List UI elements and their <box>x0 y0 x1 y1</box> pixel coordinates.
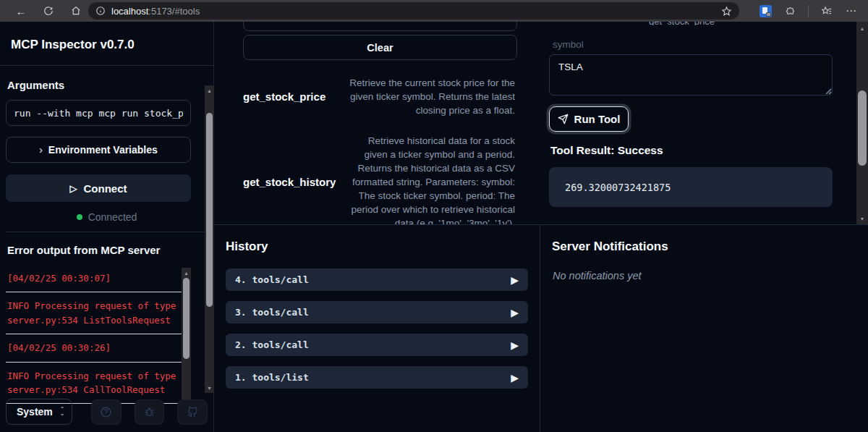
error-log-scrollbar[interactable]: ▲ ▼ <box>182 268 191 407</box>
scrollbar-thumb[interactable] <box>206 113 213 307</box>
expand-play-icon[interactable]: ▶ <box>511 339 519 351</box>
notifications-empty-text: No notifications yet <box>553 270 868 281</box>
connect-button[interactable]: ▷ Connect <box>6 174 191 202</box>
expand-play-icon[interactable]: ▶ <box>511 307 519 318</box>
tool-row-get-stock-price[interactable]: get_stock_price Retrieve the current sto… <box>243 74 515 119</box>
back-icon[interactable]: ← <box>10 1 32 20</box>
history-item[interactable]: 1. tools/list ▶ <box>226 366 528 389</box>
github-button[interactable] <box>177 399 208 425</box>
play-outline-icon: ▷ <box>70 183 77 194</box>
connected-dot-icon <box>77 214 82 220</box>
password-extension-icon[interactable] <box>760 5 772 17</box>
connection-status: Connected <box>6 211 208 223</box>
server-notifications-heading: Server Notifications <box>552 240 868 254</box>
favorites-icon[interactable] <box>816 1 838 20</box>
scrollbar-thumb[interactable] <box>858 90 867 166</box>
scrollbar-thumb[interactable] <box>183 278 190 359</box>
select-chevrons-icon: ⌃⌄ <box>60 407 65 416</box>
browser-toolbar: ← localhost:5173/#tools <box>0 0 868 22</box>
arguments-input[interactable] <box>6 100 191 126</box>
server-notifications-pane: Server Notifications No notifications ye… <box>540 225 868 432</box>
history-item[interactable]: 3. tools/call ▶ <box>226 301 528 323</box>
bug-report-button[interactable] <box>135 399 165 425</box>
log-entry: INFO Processing request of type server.p… <box>6 292 182 334</box>
scroll-down-icon[interactable]: ▼ <box>856 213 868 224</box>
favorite-star-icon[interactable] <box>721 6 732 17</box>
site-info-icon[interactable] <box>95 6 106 16</box>
theme-select[interactable]: System ⌃⌄ <box>6 399 72 425</box>
sidebar-divider <box>6 232 208 232</box>
run-tool-button[interactable]: Run Tool <box>549 106 629 132</box>
app-title: MCP Inspector v0.7.0 <box>0 22 213 65</box>
extensions-icon[interactable] <box>779 1 801 20</box>
sidebar-footer: System ⌃⌄ <box>0 391 213 432</box>
sidebar-scrollbar[interactable]: ▲ ▼ <box>205 85 214 393</box>
tool-row-get-stock-history[interactable]: get_stock_history Retrieve historical da… <box>243 134 515 225</box>
sidebar: MCP Inspector v0.7.0 Arguments › Environ… <box>0 22 214 432</box>
history-item[interactable]: 4. tools/call ▶ <box>226 268 528 291</box>
param-label: symbol <box>553 39 584 50</box>
expand-play-icon[interactable]: ▶ <box>511 274 519 286</box>
clear-button[interactable]: Clear <box>243 35 517 60</box>
scroll-down-icon[interactable]: ▼ <box>205 383 214 393</box>
send-icon <box>558 114 569 124</box>
tool-description: Retrieve the current stock price for the… <box>346 76 515 117</box>
help-button[interactable] <box>91 399 122 425</box>
error-output-heading: Error output from MCP server <box>7 244 208 256</box>
history-heading: History <box>226 240 540 254</box>
tool-result-box: 269.32000732421875 <box>549 167 833 207</box>
error-log[interactable]: [04/02/25 00:30:07]INFO Processing reque… <box>6 265 191 410</box>
tool-description: Retrieve historical data for a stock giv… <box>346 134 515 225</box>
tool-result-heading: Tool Result: Success <box>550 144 663 157</box>
tools-pane-scrollbar[interactable]: ▲ ▼ <box>856 22 868 225</box>
symbol-input[interactable] <box>549 54 833 96</box>
url-text: localhost:5173/#tools <box>111 6 200 17</box>
expand-play-icon[interactable]: ▶ <box>511 372 519 384</box>
log-entry: [04/02/25 00:30:26] <box>6 334 182 362</box>
chevron-right-icon: › <box>39 144 43 156</box>
scroll-up-icon[interactable]: ▲ <box>182 268 191 278</box>
clipped-selected-tool-title: get_stock_price <box>649 22 736 25</box>
tool-name: get_stock_price <box>243 90 346 103</box>
history-item[interactable]: 2. tools/call ▶ <box>226 334 528 356</box>
scroll-up-icon[interactable]: ▲ <box>856 23 868 33</box>
tools-pane: Clear get_stock_price Retrieve the curre… <box>214 22 868 225</box>
address-bar[interactable]: localhost:5173/#tools <box>88 2 739 20</box>
clipped-list-tools-button[interactable] <box>243 22 517 31</box>
log-entry: [04/02/25 00:30:07] <box>6 265 182 292</box>
browser-menu-icon[interactable]: ⋯ <box>841 1 862 20</box>
arguments-label: Arguments <box>7 79 208 91</box>
toolbar-divider <box>808 5 809 17</box>
environment-variables-button[interactable]: › Environment Variables <box>6 137 191 163</box>
home-icon[interactable] <box>65 1 87 20</box>
reload-icon[interactable] <box>38 1 59 20</box>
history-pane: History 4. tools/call ▶ 3. tools/call ▶ … <box>214 225 540 432</box>
scroll-up-icon[interactable]: ▲ <box>205 85 214 96</box>
tool-result-value: 269.32000732421875 <box>565 182 671 193</box>
tool-name: get_stock_history <box>243 176 346 188</box>
